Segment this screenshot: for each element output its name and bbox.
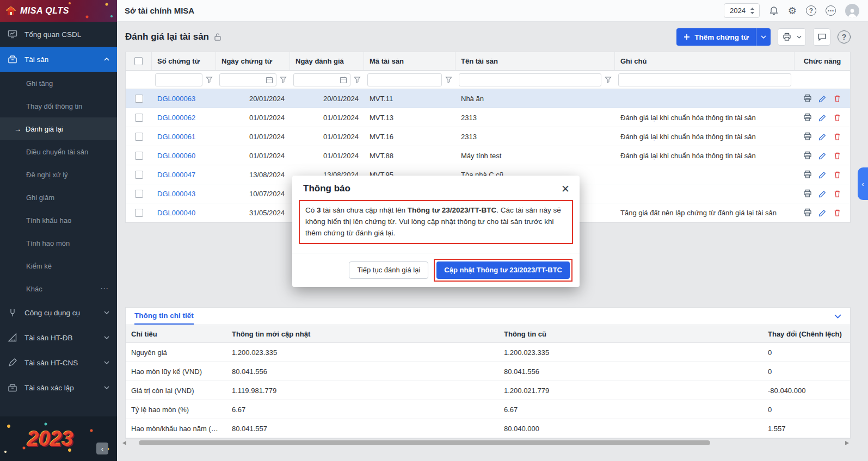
filter-funnel-icon[interactable] — [206, 76, 213, 83]
sidebar-subitem-khac[interactable]: Khác ⋯ — [0, 277, 117, 300]
row-delete-icon[interactable] — [833, 133, 841, 141]
row-delete-icon[interactable] — [833, 171, 841, 179]
row-edit-icon[interactable] — [818, 152, 827, 160]
sidebar-item-overview[interactable]: Tổng quan CSDL — [0, 22, 117, 47]
column-header[interactable]: Ngày chứng từ — [216, 52, 290, 70]
filter-asset-name-input[interactable] — [459, 73, 601, 86]
column-header[interactable]: Tên tài sản — [455, 52, 615, 70]
row-checkbox[interactable] — [135, 209, 143, 217]
row-edit-icon[interactable] — [818, 209, 827, 217]
doc-number-link[interactable]: DGL000043 — [152, 190, 216, 198]
doc-number-link[interactable]: DGL000060 — [152, 152, 216, 160]
print-button[interactable] — [778, 33, 796, 41]
tab-thong-tin-chi-tiet[interactable]: Thông tin chi tiết — [134, 308, 194, 325]
print-dropdown-caret[interactable] — [796, 35, 805, 39]
page-help-icon[interactable]: ? — [838, 30, 851, 43]
more-dots-icon[interactable]: ⋯ — [100, 284, 109, 294]
row-edit-icon[interactable] — [818, 95, 827, 103]
filter-funnel-icon[interactable] — [354, 76, 361, 83]
add-document-button[interactable]: Thêm chứng từ — [676, 28, 756, 46]
row-checkbox[interactable] — [135, 152, 143, 160]
sidebar-subitem-ghi-tang[interactable]: Ghi tăng — [0, 72, 117, 95]
scroll-left-arrow[interactable] — [122, 441, 126, 445]
filter-funnel-icon[interactable] — [280, 76, 287, 83]
sidebar-subitem-danh-gia-lai[interactable]: → Đánh giá lại — [0, 117, 117, 140]
user-avatar[interactable] — [845, 4, 859, 18]
doc-number-link[interactable]: DGL000040 — [152, 209, 216, 217]
detail-collapse-chevron-icon[interactable] — [834, 314, 841, 319]
print-split-button[interactable] — [778, 28, 806, 46]
select-all-checkbox[interactable] — [134, 57, 143, 65]
filter-funnel-icon[interactable] — [605, 76, 612, 83]
row-print-icon[interactable] — [803, 208, 812, 217]
continue-revaluation-button[interactable]: Tiếp tục đánh giá lại — [349, 261, 428, 279]
sidebar-item-tai-san-xac-lap[interactable]: Tài sản xác lập — [0, 375, 117, 400]
doc-number-link[interactable]: DGL000062 — [152, 114, 216, 122]
row-edit-icon[interactable] — [818, 190, 827, 198]
row-checkbox[interactable] — [135, 95, 143, 103]
horizontal-scrollbar-thumb[interactable] — [139, 440, 710, 445]
help-icon[interactable]: ? — [806, 5, 816, 16]
row-print-icon[interactable] — [803, 170, 812, 179]
sidebar-subitem-kiem-ke[interactable]: Kiểm kê — [0, 254, 117, 277]
row-delete-icon[interactable] — [833, 209, 841, 217]
sidebar-collapse-button[interactable]: ‹ — [96, 443, 108, 454]
row-checkbox[interactable] — [135, 190, 143, 198]
row-print-icon[interactable] — [803, 113, 812, 122]
doc-number-link[interactable]: DGL000047 — [152, 171, 216, 179]
year-stepper-icon[interactable] — [750, 7, 755, 15]
app-logo[interactable]: MISA QLTS — [0, 0, 117, 22]
table-row[interactable]: DGL000063 20/01/2024 20/01/2024 MVT.11 N… — [126, 89, 850, 108]
sidebar-subitem-thay-doi-thong-tin[interactable]: Thay đổi thông tin — [0, 95, 117, 117]
sidebar-subitem-dieu-chuyen[interactable]: Điều chuyển tài sản — [0, 140, 117, 163]
row-print-icon[interactable] — [803, 151, 812, 160]
row-checkbox[interactable] — [135, 133, 143, 141]
add-document-split-button[interactable]: Thêm chứng từ — [676, 28, 771, 46]
filter-asset-code-input[interactable] — [367, 73, 442, 86]
column-header[interactable]: Số chứng từ — [152, 52, 216, 70]
column-header[interactable]: Mã tài sản — [364, 52, 455, 70]
settings-gear-icon[interactable]: ⚙ — [788, 6, 797, 16]
row-checkbox[interactable] — [135, 171, 143, 179]
sidebar-subitem-de-nghi-xu-ly[interactable]: Đề nghị xử lý — [0, 163, 117, 186]
row-delete-icon[interactable] — [833, 190, 841, 198]
row-checkbox[interactable] — [135, 114, 143, 122]
sidebar-item-cong-cu-dung-cu[interactable]: Công cụ dụng cụ — [0, 300, 117, 325]
row-print-icon[interactable] — [803, 189, 812, 198]
filter-funnel-icon[interactable] — [445, 76, 452, 83]
filter-doc-date-picker[interactable] — [219, 73, 276, 86]
right-panel-handle[interactable]: ‹ — [858, 167, 868, 200]
notifications-bell-icon[interactable] — [769, 6, 779, 16]
filter-note-input[interactable] — [618, 73, 791, 86]
column-header[interactable]: Ghi chú — [615, 52, 795, 70]
sidebar-subitem-ghi-giam[interactable]: Ghi giảm — [0, 186, 117, 209]
filter-eval-date-picker[interactable] — [293, 73, 350, 86]
more-options-icon[interactable]: ⋯ — [826, 5, 836, 16]
add-document-dropdown-caret[interactable] — [756, 28, 771, 46]
column-header[interactable]: Ngày đánh giá — [290, 52, 364, 70]
sidebar-subitem-tinh-hao-mon[interactable]: Tính hao mòn — [0, 232, 117, 254]
sidebar-item-tai-san-ht-db[interactable]: Tài sản HT-ĐB — [0, 325, 117, 350]
table-row[interactable]: DGL000061 01/01/2024 01/01/2024 MVT.16 2… — [126, 127, 850, 146]
table-row[interactable]: DGL000060 01/01/2024 01/01/2024 MVT.88 M… — [126, 146, 850, 165]
row-delete-icon[interactable] — [833, 114, 841, 122]
filter-doc-number-input[interactable] — [155, 73, 202, 86]
table-row[interactable]: DGL000062 01/01/2024 01/01/2024 MVT.13 2… — [126, 108, 850, 127]
row-delete-icon[interactable] — [833, 95, 841, 103]
doc-number-link[interactable]: DGL000061 — [152, 133, 216, 141]
row-delete-icon[interactable] — [833, 152, 841, 160]
row-edit-icon[interactable] — [818, 171, 827, 179]
sidebar-item-tai-san-ht-cns[interactable]: Tài sản HT-CNS — [0, 350, 117, 375]
row-edit-icon[interactable] — [818, 133, 827, 141]
scroll-right-arrow[interactable] — [845, 441, 849, 445]
modal-close-icon[interactable]: ✕ — [561, 184, 570, 194]
feedback-button[interactable] — [813, 28, 830, 46]
row-print-icon[interactable] — [803, 132, 812, 141]
sidebar-item-assets[interactable]: Tài sản — [0, 47, 117, 72]
sidebar-subitem-tinh-khau-hao[interactable]: Tính khấu hao — [0, 209, 117, 232]
year-selector[interactable]: 2024 — [724, 3, 760, 18]
row-edit-icon[interactable] — [818, 114, 827, 122]
update-circular-button[interactable]: Cập nhật Thông tư 23/2023/TT-BTC — [436, 261, 570, 279]
doc-number-link[interactable]: DGL000063 — [152, 95, 216, 103]
row-print-icon[interactable] — [803, 94, 812, 103]
